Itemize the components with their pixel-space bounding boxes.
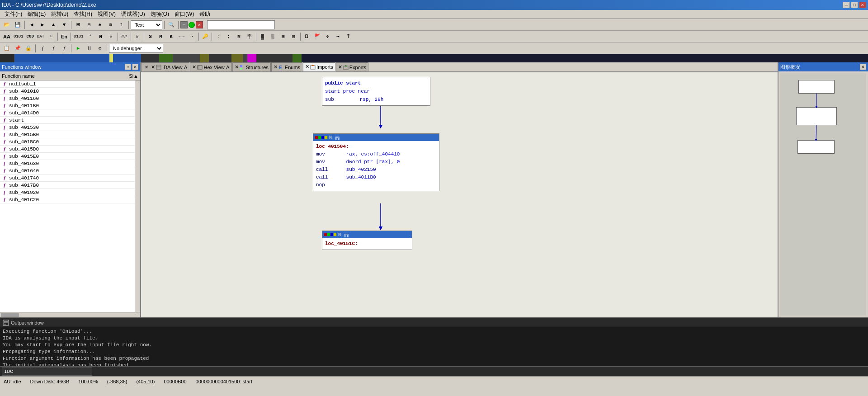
func-row-sub4015B0[interactable]: f sub_4015B0 bbox=[0, 131, 135, 138]
func-row-sub401630[interactable]: f sub_401630 bbox=[0, 160, 135, 167]
functions-float-button[interactable]: ▪ bbox=[125, 64, 131, 70]
tb-bin-button[interactable]: 0101 bbox=[12, 32, 25, 42]
tb-save-button[interactable]: 💾 bbox=[13, 20, 23, 30]
func-row-sub401740[interactable]: f sub_401740 bbox=[0, 174, 135, 182]
tb-bar-button[interactable]: ▒ bbox=[268, 32, 278, 42]
tb-en-button[interactable]: En bbox=[59, 32, 69, 42]
tb-tilde-button[interactable]: * bbox=[85, 32, 95, 42]
func-row-sub4015E0[interactable]: f sub_4015E0 bbox=[0, 153, 135, 160]
tab-ida-view-close-x[interactable]: ✕ bbox=[151, 64, 155, 70]
tb-N-button[interactable]: N bbox=[96, 32, 106, 42]
tb-graph2-button[interactable]: ▓ bbox=[258, 32, 268, 42]
tb-m-button[interactable]: M bbox=[156, 32, 166, 42]
graph-node-loc401504[interactable]: N ╔╗ loc_401504: mov rax, cs:off_404410 … bbox=[313, 133, 439, 191]
menu-jump[interactable]: 跳转(J) bbox=[48, 9, 71, 19]
tb-cod-button[interactable]: COD bbox=[25, 32, 35, 42]
graph-node-loc40151C[interactable]: N ╔╗ loc_40151C: bbox=[322, 231, 412, 250]
menu-debugger[interactable]: 调试器(U) bbox=[118, 9, 148, 19]
func-row-sub401640[interactable]: f sub_401640 bbox=[0, 167, 135, 174]
tb-s2-button[interactable]: S bbox=[146, 32, 156, 42]
tb-minus-button[interactable]: ─ bbox=[180, 21, 188, 28]
tb-f2-button[interactable]: f bbox=[48, 43, 58, 53]
idc-input[interactable] bbox=[2, 368, 92, 376]
graph-node-start-proc[interactable]: public start start proc near sub rsp, 28… bbox=[322, 77, 430, 106]
tab-imports[interactable]: ✕ Imports bbox=[303, 62, 335, 71]
tb-stop-button[interactable]: ✕ bbox=[196, 21, 203, 28]
graph-view[interactable]: public start start proc near sub rsp, 28… bbox=[141, 72, 778, 317]
tb-decompile-button[interactable]: ⊞ bbox=[73, 20, 83, 30]
tb-go-button[interactable] bbox=[189, 22, 195, 28]
tb-back-button[interactable]: ◀ bbox=[27, 20, 37, 30]
tab-structures[interactable]: ✕ Structures bbox=[232, 62, 271, 71]
tb-pin2-button[interactable]: 📌 bbox=[13, 43, 23, 53]
tb-pause-button[interactable]: ⏸ bbox=[84, 43, 94, 53]
tb-colon-button[interactable]: : bbox=[213, 32, 223, 42]
tb-string-button[interactable]: ≋ bbox=[106, 20, 116, 30]
tb-func-button[interactable]: ⊟ bbox=[84, 20, 94, 30]
tb-open-button[interactable]: 📂 bbox=[2, 20, 12, 30]
tb-hash-button[interactable]: ## bbox=[119, 32, 129, 42]
tb-align-button[interactable]: ≈ bbox=[46, 32, 56, 42]
func-row-sub401920[interactable]: f sub_401920 bbox=[0, 189, 135, 196]
menu-options[interactable]: 选项(O) bbox=[148, 9, 172, 19]
func-row-start[interactable]: f start bbox=[0, 117, 135, 124]
tab-enum-close[interactable]: ✕ bbox=[274, 64, 278, 70]
func-row-nullsub1[interactable]: f nullsub_1 bbox=[0, 80, 135, 88]
tb-f1-button[interactable]: f bbox=[38, 43, 47, 53]
tab-struct-close[interactable]: ✕ bbox=[235, 64, 239, 70]
func-row-sub401C20[interactable]: f sub_401C20 bbox=[0, 196, 135, 203]
tab-exports[interactable]: ✕ Exports bbox=[336, 62, 368, 71]
tb-equals-button[interactable]: ≋ bbox=[234, 32, 244, 42]
tb-semicolon-button[interactable]: ; bbox=[224, 32, 234, 42]
tb-flag-button[interactable]: 🚩 bbox=[312, 32, 322, 42]
func-row-sub4014D0[interactable]: f sub_4014D0 bbox=[0, 109, 135, 117]
tab-ida-view[interactable]: ✕ ✕ IDA View-A bbox=[141, 62, 189, 71]
tb-cross-button[interactable]: ✛ bbox=[323, 32, 333, 42]
tb-f3-button[interactable]: f bbox=[59, 43, 69, 53]
menu-help[interactable]: 帮助 bbox=[197, 9, 213, 19]
tb-settings-button[interactable]: ⚙ bbox=[95, 43, 105, 53]
tb-xref-button[interactable]: ✱ bbox=[95, 20, 105, 30]
menu-window[interactable]: 窗口(W) bbox=[172, 9, 197, 19]
graph-overview-close-button[interactable]: ✕ bbox=[860, 64, 866, 70]
tb-char-button[interactable]: 字 bbox=[245, 32, 255, 42]
tb-arrow-button[interactable]: ←→ bbox=[177, 32, 187, 42]
tb-struct-button[interactable]: ⊟ bbox=[289, 32, 299, 42]
tab-import-close[interactable]: ✕ bbox=[305, 64, 309, 70]
view-type-dropdown[interactable]: Text Graph bbox=[131, 20, 162, 29]
tb-down-button[interactable]: ▼ bbox=[59, 20, 69, 30]
tb-h-button[interactable]: # bbox=[132, 32, 142, 42]
tb-rename-button[interactable]: 0101 bbox=[72, 32, 85, 42]
func-row-sub401160[interactable]: f sub_401160 bbox=[0, 95, 135, 102]
tb-key-button[interactable]: 🔑 bbox=[200, 32, 210, 42]
debugger-dropdown[interactable]: No debugger bbox=[109, 44, 163, 53]
tb-arrow2-button[interactable]: ⇥ bbox=[333, 32, 343, 42]
menu-file[interactable]: 文件(F) bbox=[2, 9, 25, 19]
functions-scrollbar[interactable] bbox=[135, 80, 140, 312]
tab-hex-close[interactable]: ✕ bbox=[192, 64, 196, 70]
tab-export-close[interactable]: ✕ bbox=[338, 64, 342, 70]
func-row-sub401530[interactable]: f sub_401530 bbox=[0, 124, 135, 131]
tb-forward-button[interactable]: ▶ bbox=[38, 20, 47, 30]
functions-close-button[interactable]: ✕ bbox=[132, 64, 138, 70]
minimize-button[interactable]: ─ bbox=[843, 2, 850, 8]
tb-num-button[interactable]: 1 bbox=[117, 20, 127, 30]
tb-wave-button[interactable]: ~ bbox=[187, 32, 197, 42]
tb-play-button[interactable]: ▶ bbox=[73, 43, 83, 53]
tb-aa-button[interactable]: AA bbox=[2, 32, 12, 42]
tb-up-button[interactable]: ▲ bbox=[48, 20, 58, 30]
tb-arrow3-button[interactable]: ⤒ bbox=[344, 32, 354, 42]
tb-table-button[interactable]: ⊞ bbox=[278, 32, 288, 42]
functions-hscroll[interactable] bbox=[0, 312, 140, 317]
tb-pin-button[interactable]: 🔍 bbox=[166, 20, 176, 30]
menu-search[interactable]: 查找(H) bbox=[71, 9, 95, 19]
tb-dat-button[interactable]: DAT bbox=[36, 32, 46, 42]
func-row-sub4017B0[interactable]: f sub_4017B0 bbox=[0, 182, 135, 189]
tb-k-button[interactable]: K bbox=[166, 32, 176, 42]
maximize-button[interactable]: □ bbox=[851, 2, 858, 8]
tb-lock-button[interactable]: 🔒 bbox=[24, 43, 33, 53]
menu-view[interactable]: 视图(V) bbox=[95, 9, 118, 19]
tb-x-button[interactable]: ✕ bbox=[106, 32, 116, 42]
tab-enums[interactable]: ✕ E Enums bbox=[271, 62, 302, 71]
tb-note-button[interactable]: 🗒 bbox=[302, 32, 312, 42]
